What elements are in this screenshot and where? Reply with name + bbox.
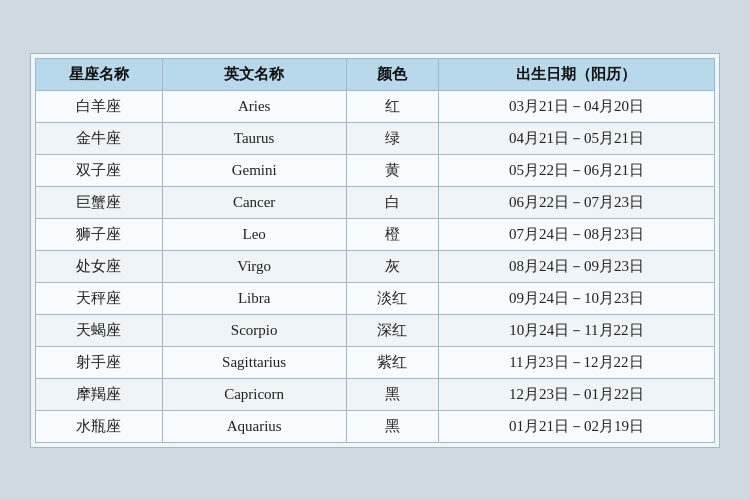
cell-cn: 天秤座: [36, 282, 163, 314]
cell-date: 08月24日－09月23日: [438, 250, 714, 282]
table-row: 天秤座Libra淡红09月24日－10月23日: [36, 282, 715, 314]
cell-date: 09月24日－10月23日: [438, 282, 714, 314]
cell-cn: 射手座: [36, 346, 163, 378]
cell-cn: 金牛座: [36, 122, 163, 154]
cell-cn: 双子座: [36, 154, 163, 186]
cell-color: 黄: [346, 154, 438, 186]
cell-color: 绿: [346, 122, 438, 154]
cell-date: 11月23日－12月22日: [438, 346, 714, 378]
cell-en: Aries: [162, 90, 346, 122]
header-cn: 星座名称: [36, 58, 163, 90]
cell-date: 12月23日－01月22日: [438, 378, 714, 410]
cell-color: 橙: [346, 218, 438, 250]
cell-color: 深红: [346, 314, 438, 346]
cell-date: 03月21日－04月20日: [438, 90, 714, 122]
table-row: 金牛座Taurus绿04月21日－05月21日: [36, 122, 715, 154]
table-header-row: 星座名称 英文名称 颜色 出生日期（阳历）: [36, 58, 715, 90]
table-row: 白羊座Aries红03月21日－04月20日: [36, 90, 715, 122]
cell-color: 黑: [346, 410, 438, 442]
table-row: 射手座Sagittarius紫红11月23日－12月22日: [36, 346, 715, 378]
zodiac-table-container: 星座名称 英文名称 颜色 出生日期（阳历） 白羊座Aries红03月21日－04…: [30, 53, 720, 448]
cell-en: Taurus: [162, 122, 346, 154]
cell-cn: 处女座: [36, 250, 163, 282]
cell-color: 黑: [346, 378, 438, 410]
cell-en: Sagittarius: [162, 346, 346, 378]
cell-cn: 狮子座: [36, 218, 163, 250]
cell-date: 01月21日－02月19日: [438, 410, 714, 442]
cell-en: Virgo: [162, 250, 346, 282]
zodiac-table: 星座名称 英文名称 颜色 出生日期（阳历） 白羊座Aries红03月21日－04…: [35, 58, 715, 443]
table-row: 处女座Virgo灰08月24日－09月23日: [36, 250, 715, 282]
cell-cn: 天蝎座: [36, 314, 163, 346]
header-en: 英文名称: [162, 58, 346, 90]
cell-en: Capricorn: [162, 378, 346, 410]
table-row: 双子座Gemini黄05月22日－06月21日: [36, 154, 715, 186]
cell-date: 07月24日－08月23日: [438, 218, 714, 250]
cell-cn: 摩羯座: [36, 378, 163, 410]
cell-color: 紫红: [346, 346, 438, 378]
cell-en: Leo: [162, 218, 346, 250]
table-row: 水瓶座Aquarius黑01月21日－02月19日: [36, 410, 715, 442]
cell-date: 04月21日－05月21日: [438, 122, 714, 154]
cell-date: 05月22日－06月21日: [438, 154, 714, 186]
cell-en: Gemini: [162, 154, 346, 186]
cell-en: Cancer: [162, 186, 346, 218]
cell-cn: 水瓶座: [36, 410, 163, 442]
header-date: 出生日期（阳历）: [438, 58, 714, 90]
cell-en: Scorpio: [162, 314, 346, 346]
table-row: 天蝎座Scorpio深红10月24日－11月22日: [36, 314, 715, 346]
cell-en: Libra: [162, 282, 346, 314]
cell-cn: 白羊座: [36, 90, 163, 122]
table-row: 巨蟹座Cancer白06月22日－07月23日: [36, 186, 715, 218]
table-row: 狮子座Leo橙07月24日－08月23日: [36, 218, 715, 250]
cell-color: 白: [346, 186, 438, 218]
cell-date: 10月24日－11月22日: [438, 314, 714, 346]
header-color: 颜色: [346, 58, 438, 90]
cell-color: 红: [346, 90, 438, 122]
cell-color: 淡红: [346, 282, 438, 314]
table-row: 摩羯座Capricorn黑12月23日－01月22日: [36, 378, 715, 410]
cell-en: Aquarius: [162, 410, 346, 442]
cell-date: 06月22日－07月23日: [438, 186, 714, 218]
cell-cn: 巨蟹座: [36, 186, 163, 218]
cell-color: 灰: [346, 250, 438, 282]
